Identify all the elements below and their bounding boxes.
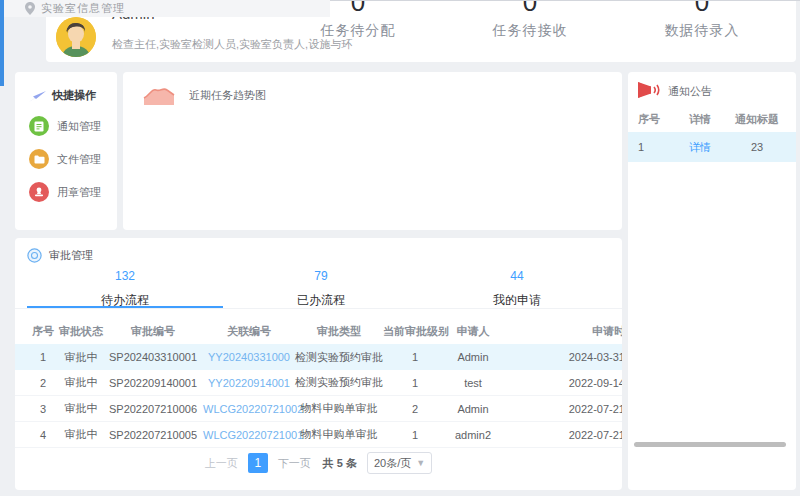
col-no: 序号 xyxy=(27,324,59,339)
col-related-no: 关联编号 xyxy=(203,324,295,339)
tab-done[interactable]: 79 已办流程 xyxy=(223,266,419,308)
quick-item-label: 通知管理 xyxy=(57,119,101,134)
approval-tabs: 132 待办流程 79 已办流程 44 我的申请 xyxy=(27,266,615,308)
map-pin-icon xyxy=(25,2,35,15)
tab-label: 已办流程 xyxy=(223,292,419,309)
col-no: 序号 xyxy=(638,112,676,127)
avatar xyxy=(56,17,96,57)
table-row[interactable]: 4 审批中 SP202207210005 WLCG20220721001 物料申… xyxy=(15,422,622,448)
area-chart-icon xyxy=(143,84,175,106)
quick-item-seal-mgmt[interactable]: 用章管理 xyxy=(15,169,117,202)
quick-item-label: 用章管理 xyxy=(57,185,101,200)
approval-table: 序号 审批状态 审批编号 关联编号 审批类型 当前审批级别 申请人 申请时 1 … xyxy=(15,318,622,448)
trend-chart-title: 近期任务趋势图 xyxy=(189,88,266,103)
tab-count: 79 xyxy=(223,268,419,284)
col-apply-time: 申请时 xyxy=(499,324,622,339)
quick-ops-title: 快捷操作 xyxy=(52,88,96,103)
quick-item-label: 文件管理 xyxy=(57,152,101,167)
related-no-link[interactable]: WLCG20220721002 xyxy=(203,403,295,415)
stamp-icon xyxy=(29,182,49,202)
stat-value: 0 xyxy=(465,1,595,16)
left-accent-bar xyxy=(0,0,4,86)
pagination: 上一页 1 下一页 共 5 条 20条/页 ▼ xyxy=(15,452,622,474)
megaphone-icon xyxy=(638,82,660,100)
tab-count: 44 xyxy=(419,268,615,284)
col-title: 通知标题 xyxy=(724,112,790,127)
next-page-button[interactable]: 下一页 xyxy=(278,456,311,471)
table-row[interactable]: 2 审批中 SP202209140001 YY20220914001 检测实验预… xyxy=(15,370,622,396)
tab-count: 132 xyxy=(27,268,223,284)
stat-label: 任务待分配 xyxy=(293,22,423,40)
folder-icon xyxy=(29,149,49,169)
breadcrumb: 实验室信息管理 xyxy=(4,0,330,17)
stat-label: 数据待录入 xyxy=(637,22,767,40)
page-title: 实验室信息管理 xyxy=(41,1,125,16)
col-approval-no: 审批编号 xyxy=(103,324,203,339)
stat-value: 0 xyxy=(637,1,767,16)
tab-label: 我的申请 xyxy=(419,292,615,309)
stat-label: 任务待接收 xyxy=(465,22,595,40)
approval-card: 审批管理 132 待办流程 79 已办流程 44 我的申请 序号 审批状态 审批… xyxy=(15,238,622,490)
quick-ops-header: 快捷操作 xyxy=(15,72,117,103)
approval-badge-icon xyxy=(27,248,42,263)
quick-ops-card: 快捷操作 通知管理 文件管理 用章管理 xyxy=(15,72,117,230)
tab-my-applications[interactable]: 44 我的申请 xyxy=(419,266,615,308)
page-1-button[interactable]: 1 xyxy=(248,453,268,473)
related-no-link[interactable]: YY20220914001 xyxy=(203,377,295,389)
col-level: 当前审批级别 xyxy=(383,324,447,339)
notice-row[interactable]: 1 详情 23 xyxy=(628,132,796,162)
table-row[interactable]: 3 审批中 SP202207210006 WLCG20220721002 物料申… xyxy=(15,396,622,422)
col-applicant: 申请人 xyxy=(447,324,499,339)
related-no-link[interactable]: WLCG20220721001 xyxy=(203,429,295,441)
notice-table-header: 序号 详情 通知标题 xyxy=(628,106,796,132)
document-icon xyxy=(29,116,49,136)
notice-detail-link[interactable]: 详情 xyxy=(676,140,724,155)
notice-title: 通知公告 xyxy=(668,84,712,99)
col-status: 审批状态 xyxy=(59,324,103,339)
stat-data-to-enter: 0 数据待录入 xyxy=(637,1,767,62)
stat-tasks-to-receive: 0 任务待接收 xyxy=(465,1,595,62)
related-no-link[interactable]: YY20240331000 xyxy=(203,351,295,363)
col-detail: 详情 xyxy=(676,112,724,127)
col-type: 审批类型 xyxy=(295,324,383,339)
quick-item-notice-mgmt[interactable]: 通知管理 xyxy=(15,103,117,136)
page-size-select[interactable]: 20条/页 ▼ xyxy=(367,452,432,474)
page-size-value: 20条/页 xyxy=(374,456,411,471)
tabs-divider xyxy=(15,308,622,309)
notice-card: 通知公告 序号 详情 通知标题 1 详情 23 xyxy=(628,72,796,490)
approval-table-header: 序号 审批状态 审批编号 关联编号 审批类型 当前审批级别 申请人 申请时 xyxy=(15,318,622,344)
total-count: 共 5 条 xyxy=(323,456,357,471)
tab-todo[interactable]: 132 待办流程 xyxy=(27,266,223,308)
prev-page-button[interactable]: 上一页 xyxy=(205,456,238,471)
lims-dashboard: Admin 检查主任,实验室检测人员,实验室负责人,设施与环 0 任务待分配 0… xyxy=(0,0,800,496)
trend-chart-card: 近期任务趋势图 xyxy=(123,72,622,230)
table-row[interactable]: 1 审批中 SP202403310001 YY20240331000 检测实验预… xyxy=(15,344,622,370)
notice-no: 1 xyxy=(638,141,676,153)
approval-title: 审批管理 xyxy=(49,248,93,263)
horizontal-scrollbar[interactable] xyxy=(634,442,786,447)
chevron-down-icon: ▼ xyxy=(416,458,425,468)
notice-row-title: 23 xyxy=(724,141,790,153)
paper-plane-icon xyxy=(29,89,46,103)
quick-item-file-mgmt[interactable]: 文件管理 xyxy=(15,136,117,169)
